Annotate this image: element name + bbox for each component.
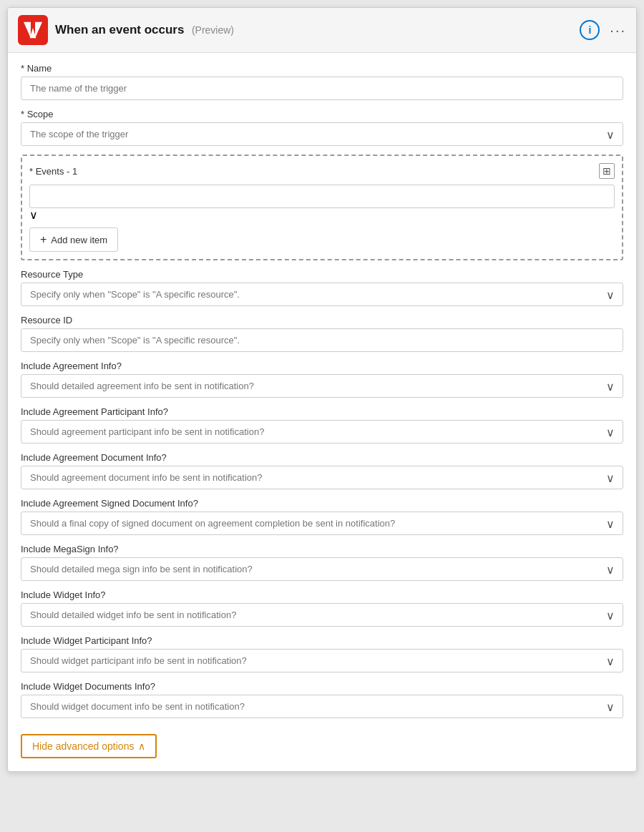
resource-type-label: Resource Type (21, 269, 623, 280)
resource-type-field-group: Resource Type ∨ (21, 269, 623, 306)
header-right: i ··· (580, 20, 626, 40)
header-title-group: When an event occurs (Preview) (55, 23, 234, 37)
include-agreement-participant-info-label: Include Agreement Participant Info? (21, 406, 623, 417)
include-agreement-info-label: Include Agreement Info? (21, 361, 623, 371)
include-agreement-participant-info-group: Include Agreement Participant Info? ∨ (21, 406, 623, 444)
include-widget-participant-info-wrapper: ∨ (21, 649, 623, 672)
include-megasign-info-wrapper: ∨ (21, 557, 623, 581)
add-new-item-button[interactable]: + Add new item (29, 227, 118, 252)
resource-type-input[interactable] (21, 283, 623, 306)
adobe-logo (18, 15, 48, 45)
scope-field-group: * Scope ∨ (21, 109, 623, 146)
include-widget-info-wrapper: ∨ (21, 603, 623, 627)
events-row: ∨ (29, 185, 615, 222)
header-left: When an event occurs (Preview) (18, 15, 234, 45)
page-subtitle: (Preview) (192, 24, 234, 36)
events-header: * Events - 1 ⊞ (29, 163, 615, 179)
include-agreement-document-info-input[interactable] (21, 466, 623, 489)
include-agreement-document-info-group: Include Agreement Document Info? ∨ (21, 452, 623, 489)
name-label: * Name (21, 63, 623, 74)
include-agreement-signed-document-info-group: Include Agreement Signed Document Info? … (21, 498, 623, 535)
resource-id-field-group: Resource ID (21, 315, 623, 352)
events-grid-icon-button[interactable]: ⊞ (599, 163, 615, 179)
name-input[interactable] (21, 77, 623, 100)
name-field-group: * Name (21, 63, 623, 100)
include-agreement-document-info-label: Include Agreement Document Info? (21, 452, 623, 463)
include-megasign-info-input[interactable] (21, 557, 623, 581)
events-chevron-icon: ∨ (29, 209, 38, 221)
include-agreement-info-input[interactable] (21, 374, 623, 398)
info-icon: i (588, 24, 591, 36)
include-agreement-document-info-wrapper: ∨ (21, 466, 623, 489)
resource-id-label: Resource ID (21, 315, 623, 326)
include-widget-documents-info-group: Include Widget Documents Info? ∨ (21, 681, 623, 718)
include-widget-info-label: Include Widget Info? (21, 589, 623, 600)
add-item-label: Add new item (51, 235, 107, 245)
include-widget-documents-info-input[interactable] (21, 695, 623, 718)
resource-id-input[interactable] (21, 328, 623, 352)
events-container: * Events - 1 ⊞ ∨ + Add new item (21, 155, 623, 260)
scope-label: * Scope (21, 109, 623, 119)
plus-icon: + (40, 233, 47, 246)
include-widget-info-group: Include Widget Info? ∨ (21, 589, 623, 627)
include-widget-participant-info-input[interactable] (21, 649, 623, 672)
include-widget-documents-info-label: Include Widget Documents Info? (21, 681, 623, 692)
include-megasign-info-group: Include MegaSign Info? ∨ (21, 544, 623, 581)
include-agreement-participant-info-input[interactable] (21, 420, 623, 444)
include-agreement-signed-document-info-label: Include Agreement Signed Document Info? (21, 498, 623, 509)
grid-icon: ⊞ (602, 165, 611, 177)
page-title: When an event occurs (55, 23, 184, 36)
include-agreement-info-wrapper: ∨ (21, 374, 623, 398)
include-widget-participant-info-label: Include Widget Participant Info? (21, 635, 623, 646)
hide-advanced-options-label: Hide advanced options (32, 740, 134, 752)
more-options-button[interactable]: ··· (610, 22, 626, 39)
include-agreement-signed-document-info-input[interactable] (21, 512, 623, 535)
include-agreement-info-group: Include Agreement Info? ∨ (21, 361, 623, 398)
include-agreement-signed-document-info-wrapper: ∨ (21, 512, 623, 535)
include-widget-documents-info-wrapper: ∨ (21, 695, 623, 718)
chevron-up-icon: ∧ (138, 740, 145, 752)
events-label: * Events - 1 (29, 166, 77, 177)
form-body: * Name * Scope ∨ * Events - 1 ⊞ (8, 53, 636, 771)
events-select[interactable] (29, 185, 615, 208)
include-widget-info-input[interactable] (21, 603, 623, 627)
scope-input[interactable] (21, 122, 623, 146)
info-icon-button[interactable]: i (580, 20, 600, 40)
include-megasign-info-label: Include MegaSign Info? (21, 544, 623, 554)
scope-select-wrapper: ∨ (21, 122, 623, 146)
main-card: When an event occurs (Preview) i ··· * N… (7, 7, 637, 772)
include-agreement-participant-info-wrapper: ∨ (21, 420, 623, 444)
include-widget-participant-info-group: Include Widget Participant Info? ∨ (21, 635, 623, 672)
header: When an event occurs (Preview) i ··· (8, 8, 636, 53)
resource-type-select-wrapper: ∨ (21, 283, 623, 306)
events-select-wrapper: ∨ (29, 185, 615, 222)
hide-advanced-options-button[interactable]: Hide advanced options ∧ (21, 734, 157, 758)
